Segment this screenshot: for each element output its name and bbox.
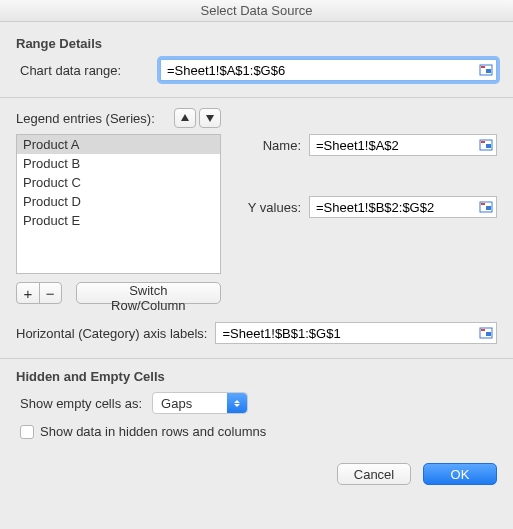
list-item[interactable]: Product A — [17, 135, 220, 154]
move-down-button[interactable] — [199, 108, 221, 128]
divider — [0, 97, 513, 98]
show-empty-selected: Gaps — [161, 396, 192, 411]
list-item[interactable]: Product C — [17, 173, 220, 192]
series-name-input-wrap — [309, 134, 497, 156]
range-details-title: Range Details — [16, 36, 497, 51]
svg-rect-12 — [481, 329, 485, 331]
show-hidden-checkbox[interactable] — [20, 425, 34, 439]
show-hidden-label: Show data in hidden rows and columns — [40, 424, 266, 439]
collapse-range-icon[interactable] — [478, 62, 494, 78]
svg-rect-7 — [486, 144, 491, 148]
show-empty-select[interactable]: Gaps — [152, 392, 248, 414]
list-item[interactable]: Product D — [17, 192, 220, 211]
collapse-range-icon[interactable] — [478, 325, 494, 341]
list-item[interactable]: Product B — [17, 154, 220, 173]
ok-button[interactable]: OK — [423, 463, 497, 485]
svg-rect-2 — [486, 69, 491, 73]
svg-marker-4 — [206, 115, 214, 122]
svg-rect-1 — [481, 66, 485, 68]
window-title: Select Data Source — [0, 0, 513, 22]
svg-rect-6 — [481, 141, 485, 143]
remove-series-button[interactable]: − — [39, 283, 61, 303]
cancel-button[interactable]: Cancel — [337, 463, 411, 485]
show-empty-label: Show empty cells as: — [20, 396, 152, 411]
move-up-button[interactable] — [174, 108, 196, 128]
series-name-input[interactable] — [309, 134, 497, 156]
add-series-button[interactable]: + — [17, 283, 39, 303]
legend-entries-label: Legend entries (Series): — [16, 111, 171, 126]
collapse-range-icon[interactable] — [478, 137, 494, 153]
series-listbox[interactable]: Product A Product B Product C Product D … — [16, 134, 221, 274]
collapse-range-icon[interactable] — [478, 199, 494, 215]
series-yvalues-input[interactable] — [309, 196, 497, 218]
svg-rect-13 — [486, 332, 491, 336]
svg-marker-3 — [181, 114, 189, 121]
hidden-empty-title: Hidden and Empty Cells — [16, 369, 497, 384]
switch-row-column-button[interactable]: Switch Row/Column — [76, 282, 221, 304]
svg-rect-10 — [486, 206, 491, 210]
list-item[interactable]: Product E — [17, 211, 220, 230]
chart-data-range-label: Chart data range: — [20, 63, 160, 78]
series-yvalues-input-wrap — [309, 196, 497, 218]
axis-labels-label: Horizontal (Category) axis labels: — [16, 326, 215, 341]
divider — [0, 358, 513, 359]
series-name-label: Name: — [237, 138, 309, 153]
chart-data-range-input-wrap — [160, 59, 497, 81]
select-caret-icon — [227, 393, 247, 413]
chart-data-range-input[interactable] — [160, 59, 497, 81]
svg-rect-9 — [481, 203, 485, 205]
add-remove-segment: + − — [16, 282, 62, 304]
axis-labels-input[interactable] — [215, 322, 497, 344]
axis-labels-input-wrap — [215, 322, 497, 344]
series-yvalues-label: Y values: — [237, 200, 309, 215]
